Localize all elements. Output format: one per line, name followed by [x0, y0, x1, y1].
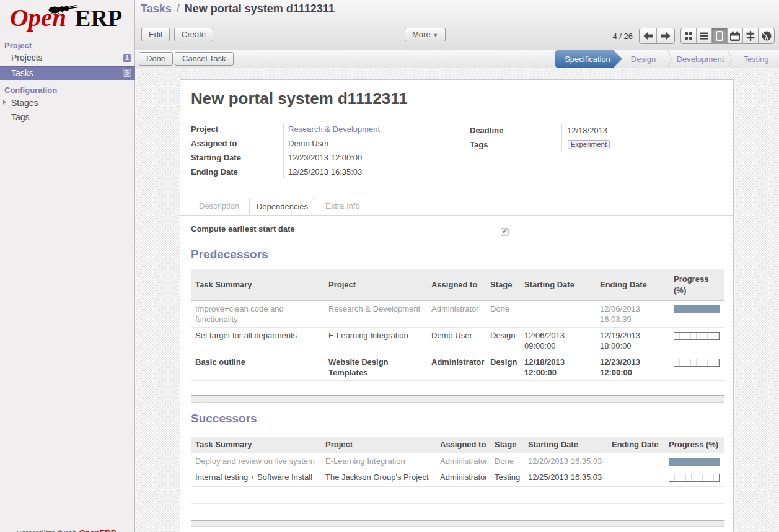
svg-text:Development: Development [677, 55, 724, 64]
svg-text:Design: Design [631, 55, 656, 64]
svg-text:Specification: Specification [565, 55, 610, 64]
svg-text:Testing: Testing [743, 55, 768, 64]
